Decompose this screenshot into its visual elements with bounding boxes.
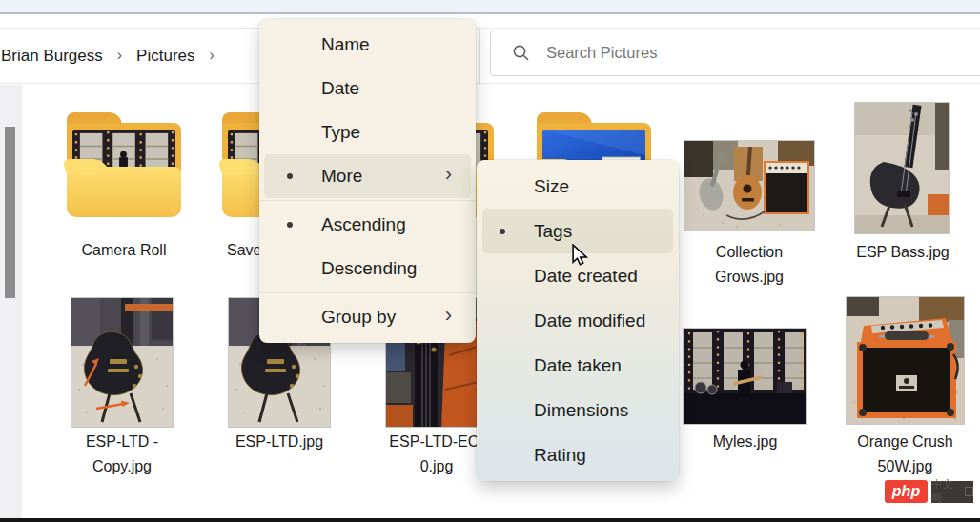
menu-item-label: Date taken bbox=[534, 355, 622, 376]
breadcrumb-item-pictures[interactable]: Pictures bbox=[136, 47, 194, 66]
chevron-right-icon: › bbox=[117, 47, 122, 64]
window-top-strip bbox=[0, 0, 980, 12]
file-name: ESP Bass.jpg bbox=[839, 240, 967, 265]
search-box[interactable] bbox=[490, 30, 980, 76]
scrollbar-thumb[interactable] bbox=[5, 127, 15, 298]
submenu-item-date-modified[interactable]: Date modified bbox=[482, 298, 673, 343]
watermark-glyph-icon bbox=[965, 487, 973, 496]
window-top-strip-border bbox=[0, 12, 980, 14]
menu-item-label: Tags bbox=[534, 221, 572, 242]
menu-item-ascending[interactable]: Ascending bbox=[264, 203, 471, 247]
mouse-cursor bbox=[572, 244, 591, 270]
menu-item-label: Size bbox=[534, 176, 569, 197]
menu-item-label: Date bbox=[321, 78, 359, 99]
menu-item-label: Name bbox=[321, 34, 370, 55]
folder-icon bbox=[60, 110, 188, 217]
menu-separator bbox=[259, 292, 476, 293]
file-name: Camera Roll bbox=[60, 238, 188, 263]
file-name: ESP-LTD - Copy.jpg bbox=[70, 430, 174, 479]
selected-radio-dot-icon bbox=[287, 173, 293, 179]
file-explorer-window: Brian Burgess › Pictures › bbox=[0, 0, 980, 522]
menu-item-label: Dimensions bbox=[534, 400, 628, 421]
file-name: ESP-LTD-EC-0.jpg bbox=[384, 430, 489, 479]
chevron-right-icon: › bbox=[210, 47, 214, 64]
search-input[interactable] bbox=[544, 43, 910, 63]
menu-item-type[interactable]: Type bbox=[264, 110, 471, 154]
breadcrumb: Brian Burgess › Pictures › bbox=[0, 29, 229, 83]
breadcrumb-item-user[interactable]: Brian Burgess bbox=[1, 47, 103, 66]
photo-thumbnail bbox=[71, 298, 173, 427]
menu-item-more[interactable]: More › bbox=[264, 154, 471, 198]
menu-separator bbox=[259, 200, 476, 201]
menu-item-label: Date modified bbox=[534, 311, 645, 331]
menu-item-label: Group by bbox=[321, 307, 396, 328]
menu-item-label: More bbox=[321, 166, 362, 187]
menu-item-label: Type bbox=[321, 122, 360, 143]
submenu-item-size[interactable]: Size bbox=[482, 164, 673, 209]
file-name: Orange Crush 50W.jpg bbox=[847, 430, 964, 479]
more-submenu: Size Tags Date created Date modified Dat… bbox=[477, 160, 679, 481]
submenu-arrow-icon: › bbox=[445, 305, 452, 326]
photo-thumbnail bbox=[847, 297, 964, 424]
php-cn-watermark: php 中文网 bbox=[885, 480, 973, 503]
photo-thumbnail bbox=[684, 141, 814, 231]
photo-thumbnail bbox=[684, 329, 806, 424]
menu-item-group-by[interactable]: Group by › bbox=[264, 295, 471, 339]
toolbar-divider bbox=[479, 29, 480, 83]
submenu-arrow-icon: › bbox=[445, 164, 452, 185]
submenu-item-dimensions[interactable]: Dimensions bbox=[482, 388, 673, 432]
sort-context-menu: Name Date Type More › Ascending Descendi… bbox=[259, 19, 476, 343]
menu-item-descending[interactable]: Descending bbox=[264, 247, 471, 291]
screenshot-bottom-edge bbox=[0, 518, 980, 522]
menu-item-label: Ascending bbox=[321, 214, 406, 235]
selected-radio-dot-icon bbox=[287, 222, 293, 228]
watermark-suffix-text: 中文网 bbox=[931, 477, 963, 506]
navigation-pane-edge[interactable] bbox=[0, 85, 22, 518]
file-name: Collection Grows.jpg bbox=[684, 240, 814, 290]
submenu-item-date-taken[interactable]: Date taken bbox=[482, 343, 673, 388]
menu-item-name[interactable]: Name bbox=[264, 23, 471, 67]
selected-radio-dot-icon bbox=[500, 229, 505, 234]
menu-item-label: Rating bbox=[534, 445, 586, 466]
file-name: ESP-LTD.jpg bbox=[227, 430, 332, 454]
watermark-suffix: 中文网 bbox=[931, 481, 973, 503]
file-name: Myles.jpg bbox=[684, 430, 806, 454]
submenu-item-rating[interactable]: Rating bbox=[482, 432, 673, 477]
menu-item-date[interactable]: Date bbox=[264, 67, 471, 110]
toolbar: Brian Burgess › Pictures › bbox=[0, 28, 980, 84]
php-logo: php bbox=[885, 480, 928, 503]
photo-thumbnail bbox=[855, 103, 949, 233]
search-icon bbox=[513, 45, 529, 61]
menu-item-label: Descending bbox=[321, 258, 417, 279]
